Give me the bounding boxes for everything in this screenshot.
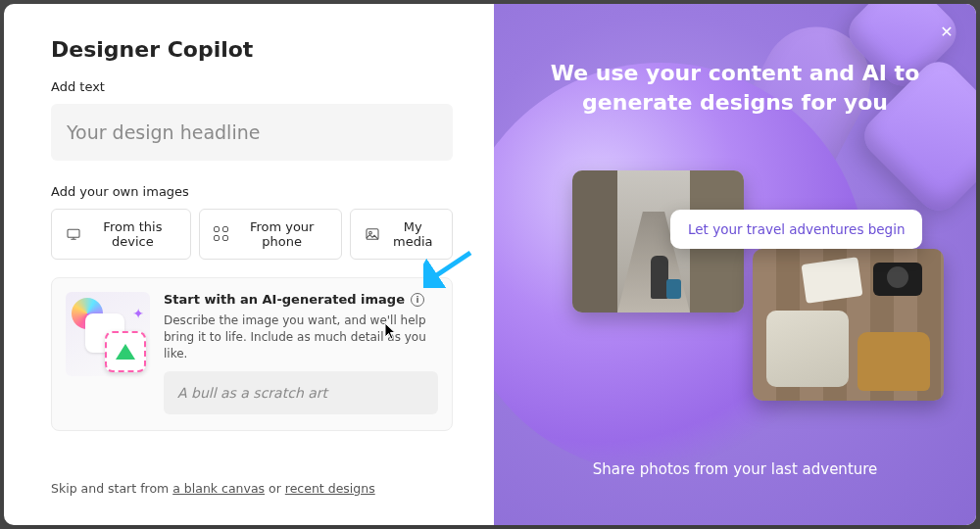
image-source-row: From this device From your phone My medi… — [51, 209, 453, 260]
add-text-label: Add text — [51, 79, 453, 94]
from-your-phone-label: From your phone — [237, 219, 327, 249]
device-icon — [66, 226, 81, 242]
sample-design-pill: Let your travel adventures begin — [670, 210, 922, 249]
add-images-label: Add your own images — [51, 184, 453, 199]
close-icon: ✕ — [940, 23, 953, 41]
my-media-label: My media — [388, 219, 438, 249]
ai-prompt-input[interactable] — [164, 371, 438, 414]
close-button[interactable]: ✕ — [935, 20, 958, 43]
svg-point-2 — [368, 231, 371, 234]
ai-image-card: ✦ Start with an AI-generated image i Des… — [51, 277, 453, 431]
designer-copilot-dialog: Designer Copilot Add text Add your own i… — [4, 4, 976, 525]
right-preview-panel: ✕ We use your content and AI to generate… — [494, 4, 976, 525]
blank-canvas-link[interactable]: a blank canvas — [172, 481, 265, 496]
from-this-device-button[interactable]: From this device — [51, 209, 191, 260]
ai-image-thumbnail: ✦ — [66, 292, 150, 376]
hero-headline: We use your content and AI to generate d… — [494, 59, 976, 117]
dialog-title: Designer Copilot — [51, 37, 453, 62]
qr-icon — [214, 226, 229, 242]
ai-card-description: Describe the image you want, and we'll h… — [164, 313, 438, 361]
from-your-phone-button[interactable]: From your phone — [199, 209, 342, 260]
recent-designs-link[interactable]: recent designs — [285, 481, 375, 496]
info-icon[interactable]: i — [411, 293, 424, 307]
sample-photo-flatlay — [753, 249, 944, 401]
from-this-device-label: From this device — [89, 219, 176, 249]
skip-text: Skip and start from a blank canvas or re… — [51, 454, 453, 496]
media-icon — [365, 226, 380, 242]
headline-input[interactable] — [51, 104, 453, 161]
preview-caption: Share photos from your last adventure — [494, 460, 976, 478]
ai-card-title: Start with an AI-generated image — [164, 292, 405, 307]
left-panel: Designer Copilot Add text Add your own i… — [4, 4, 494, 525]
svg-rect-0 — [68, 229, 79, 237]
my-media-button[interactable]: My media — [350, 209, 453, 260]
